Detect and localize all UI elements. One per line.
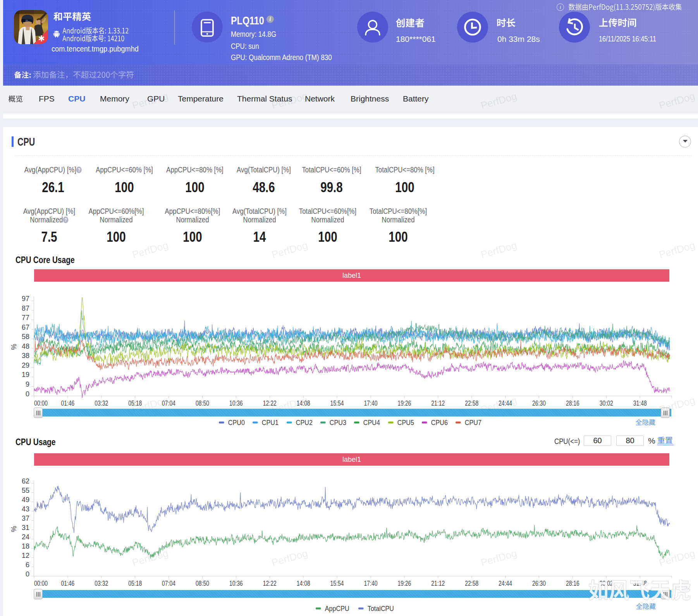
svg-text:67: 67	[22, 323, 29, 331]
svg-text:26:30: 26:30	[532, 580, 546, 587]
svg-text:19: 19	[22, 371, 29, 379]
svg-text:15:54: 15:54	[330, 580, 344, 587]
svg-text:15:54: 15:54	[330, 399, 344, 407]
svg-text:62: 62	[22, 477, 29, 485]
svg-text:05:18: 05:18	[128, 580, 142, 587]
svg-text:%: %	[10, 344, 18, 350]
svg-text:22:58: 22:58	[465, 580, 478, 587]
svg-text:07:04: 07:04	[162, 580, 175, 587]
svg-text:49: 49	[22, 496, 29, 504]
svg-text:19:26: 19:26	[397, 580, 411, 587]
svg-text:22:58: 22:58	[465, 399, 478, 407]
svg-text:17:40: 17:40	[364, 399, 378, 407]
svg-text:0: 0	[26, 570, 29, 578]
svg-text:58: 58	[22, 333, 29, 341]
svg-text:14:08: 14:08	[297, 580, 310, 587]
svg-text:77: 77	[22, 314, 29, 322]
svg-text:00:00: 00:00	[34, 580, 48, 587]
svg-text:08:50: 08:50	[196, 580, 209, 587]
svg-text:12:22: 12:22	[263, 580, 277, 587]
svg-text:17:40: 17:40	[364, 580, 378, 587]
svg-text:10:36: 10:36	[229, 399, 243, 407]
svg-text:19:26: 19:26	[397, 399, 411, 407]
svg-text:38: 38	[22, 352, 29, 360]
svg-text:31:48: 31:48	[633, 399, 647, 407]
svg-text:48: 48	[22, 342, 29, 350]
svg-text:21:12: 21:12	[431, 399, 445, 407]
svg-text:26:30: 26:30	[532, 399, 546, 407]
svg-text:%: %	[10, 526, 18, 532]
svg-text:21:12: 21:12	[431, 580, 445, 587]
svg-text:00:00: 00:00	[34, 399, 48, 407]
svg-text:29: 29	[22, 361, 29, 369]
svg-text:28:16: 28:16	[566, 580, 579, 587]
svg-text:08:50: 08:50	[196, 399, 209, 407]
svg-text:03:32: 03:32	[95, 399, 108, 407]
svg-text:6: 6	[26, 561, 29, 569]
svg-text:24:44: 24:44	[499, 580, 512, 587]
svg-text:12: 12	[22, 552, 29, 559]
svg-text:87: 87	[22, 305, 29, 312]
svg-text:28:16: 28:16	[566, 399, 579, 407]
svg-text:97: 97	[22, 295, 29, 303]
svg-text:37: 37	[22, 514, 29, 522]
svg-text:31: 31	[22, 524, 29, 532]
svg-text:55: 55	[22, 487, 29, 494]
svg-text:18: 18	[22, 542, 29, 550]
svg-text:10:36: 10:36	[229, 580, 243, 587]
svg-text:0: 0	[26, 390, 29, 398]
svg-text:03:32: 03:32	[95, 580, 108, 587]
svg-text:43: 43	[22, 505, 29, 513]
svg-text:30:02: 30:02	[600, 399, 613, 407]
svg-text:01:46: 01:46	[61, 399, 74, 407]
svg-text:24: 24	[22, 533, 29, 541]
svg-text:01:46: 01:46	[61, 580, 74, 587]
svg-text:9: 9	[26, 380, 29, 388]
